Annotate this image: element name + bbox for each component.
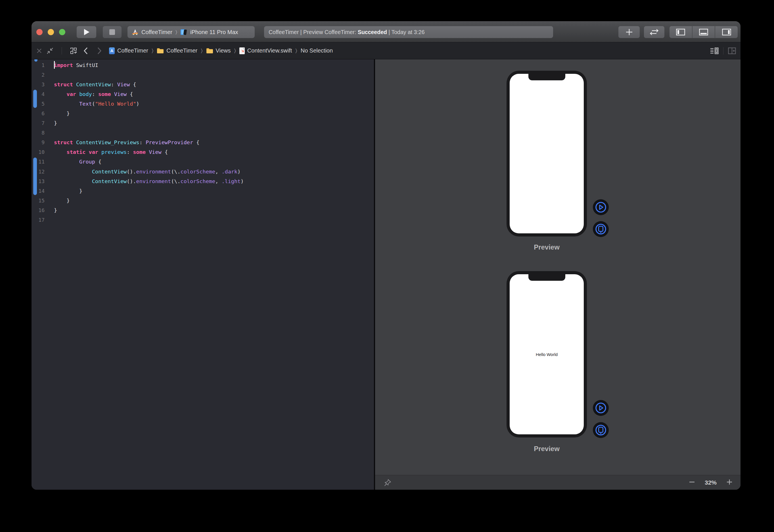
folder-icon <box>206 48 213 54</box>
panel-toggles <box>670 26 738 38</box>
editor-swap-button[interactable] <box>644 26 664 38</box>
code-line[interactable]: 5 Text("Hello World") <box>32 99 374 108</box>
code-text: ContentView().environment(\.colorScheme,… <box>45 178 244 184</box>
code-line[interactable]: 2 <box>32 70 374 79</box>
pin-icon <box>384 479 392 487</box>
zoom-window-button[interactable] <box>59 29 65 35</box>
split-editor-icon <box>728 47 736 54</box>
line-number[interactable]: 9 <box>32 139 45 145</box>
swift-file-icon <box>239 47 245 54</box>
library-button[interactable] <box>618 26 640 38</box>
device-circle-icon <box>595 223 607 235</box>
preview-on-device-button[interactable] <box>593 221 609 237</box>
line-number[interactable]: 8 <box>32 130 45 136</box>
breadcrumb-folder[interactable]: Views <box>216 47 231 54</box>
preview-label: Preview <box>507 445 587 453</box>
code-line[interactable]: 16} <box>32 205 374 215</box>
scheme-device-label: iPhone 11 Pro Max <box>190 29 238 35</box>
code-text: Group { <box>45 159 101 165</box>
device-icon <box>180 29 188 35</box>
divider <box>62 47 62 55</box>
code-line[interactable]: 17 <box>32 215 374 225</box>
title-bar: CoffeeTimer 〉 iPhone 11 Pro Max CoffeeTi… <box>32 21 740 42</box>
code-line[interactable]: 8 <box>32 128 374 138</box>
code-line[interactable]: 3struct ContentView: View { <box>32 79 374 89</box>
breadcrumb-selection[interactable]: No Selection <box>301 47 333 54</box>
code-line[interactable]: 9struct ContentView_Previews: PreviewPro… <box>32 138 374 147</box>
device-preview-dark <box>507 71 587 236</box>
left-panel-icon <box>676 29 685 35</box>
add-editor-button[interactable] <box>728 47 736 54</box>
play-icon <box>83 29 90 35</box>
line-number[interactable]: 7 <box>32 120 45 126</box>
preview-screen-text: Hello World <box>510 274 584 434</box>
stop-button[interactable] <box>103 26 122 38</box>
zoom-in-button[interactable] <box>726 479 733 486</box>
code-line[interactable]: 7} <box>32 118 374 128</box>
toggle-navigator-button[interactable] <box>670 26 692 38</box>
line-number[interactable]: 3 <box>32 81 45 87</box>
line-number[interactable]: 2 <box>32 72 45 78</box>
scheme-selector[interactable]: CoffeeTimer 〉 iPhone 11 Pro Max <box>127 26 255 38</box>
line-number[interactable]: 10 <box>32 149 45 155</box>
preview-label: Preview <box>507 243 587 251</box>
toggle-inspector-button[interactable] <box>715 26 738 38</box>
line-number[interactable]: 6 <box>32 110 45 116</box>
go-forward-button[interactable] <box>97 47 102 55</box>
chevron-separator-icon: 〉 <box>294 48 298 54</box>
breadcrumb-project[interactable]: CoffeeTimer <box>117 47 148 54</box>
device-screen: Hello World <box>510 274 584 434</box>
focus-editor-button[interactable] <box>46 47 54 55</box>
code-area[interactable]: 1import SwiftUI23struct ContentView: Vie… <box>32 59 374 490</box>
line-number[interactable]: 16 <box>32 207 45 213</box>
chevron-separator-icon: 〉 <box>200 48 203 54</box>
close-window-button[interactable] <box>36 29 43 35</box>
code-line[interactable]: 14 } <box>32 186 374 196</box>
status-text-left: CoffeeTimer | Preview CoffeeTimer: <box>269 29 358 35</box>
zoom-out-button[interactable] <box>689 479 695 486</box>
code-text: } <box>45 110 70 116</box>
code-text: static var previews: some View { <box>45 149 168 155</box>
jump-bar: A CoffeeTimer 〉 CoffeeTimer 〉 Views 〉 Co <box>32 42 740 59</box>
project-icon: A <box>109 47 115 54</box>
code-text: } <box>45 120 57 126</box>
toggle-debug-area-button[interactable] <box>693 26 715 38</box>
breadcrumb-group[interactable]: CoffeeTimer <box>166 47 197 54</box>
code-line[interactable]: 15 } <box>32 196 374 205</box>
plus-icon <box>726 479 733 485</box>
code-line[interactable]: 1import SwiftUI <box>32 60 374 70</box>
code-line[interactable]: 12 ContentView().environment(\.colorSche… <box>32 167 374 176</box>
editor-options-icon <box>710 47 719 54</box>
live-preview-button[interactable] <box>593 400 609 416</box>
minus-icon <box>689 479 695 485</box>
preview-on-device-button[interactable] <box>593 422 609 438</box>
chevron-right-icon: 〉 <box>175 29 178 35</box>
code-line[interactable]: 10 static var previews: some View { <box>32 147 374 157</box>
collapse-arrows-icon <box>46 47 54 55</box>
live-preview-button[interactable] <box>593 199 609 215</box>
app-scheme-icon <box>131 28 139 36</box>
close-editor-button[interactable] <box>36 48 42 54</box>
code-line[interactable]: 13 ContentView().environment(\.colorSche… <box>32 176 374 186</box>
minimize-window-button[interactable] <box>48 29 54 35</box>
breadcrumb: A CoffeeTimer 〉 CoffeeTimer 〉 Views 〉 Co <box>109 47 333 54</box>
run-button[interactable] <box>77 26 96 38</box>
editor-options-button[interactable] <box>710 47 719 54</box>
play-circle-icon <box>595 201 607 213</box>
pin-preview-button[interactable] <box>384 479 392 487</box>
code-line[interactable]: 4 var body: some View { <box>32 89 374 99</box>
related-items-button[interactable] <box>70 47 77 55</box>
source-editor[interactable]: 1import SwiftUI23struct ContentView: Vie… <box>32 59 374 490</box>
window-controls <box>36 29 65 35</box>
canvas-bottom-bar: 32% <box>375 475 740 490</box>
code-line[interactable]: 11 Group { <box>32 157 374 167</box>
code-text: struct ContentView: View { <box>45 81 136 87</box>
line-number[interactable]: 17 <box>32 217 45 223</box>
go-back-button[interactable] <box>83 47 88 55</box>
code-line[interactable]: 6 } <box>32 108 374 118</box>
status-text-result: Succeeded <box>358 29 387 35</box>
line-number[interactable]: 15 <box>32 198 45 204</box>
breadcrumb-file[interactable]: ContentView.swift <box>247 47 292 54</box>
line-number[interactable]: 1 <box>32 62 45 68</box>
code-text: Text("Hello World") <box>45 101 139 107</box>
